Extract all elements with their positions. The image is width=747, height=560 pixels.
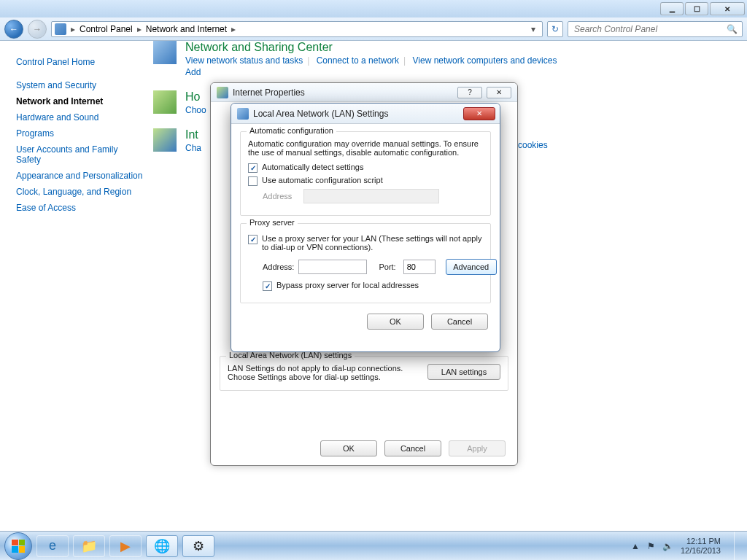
refresh-icon: ↻ bbox=[551, 24, 559, 34]
link-view-status[interactable]: View network status and tasks bbox=[185, 55, 303, 66]
search-icon[interactable]: 🔍 bbox=[727, 24, 738, 34]
auto-detect-label: Automatically detect settings bbox=[262, 163, 363, 171]
search-input[interactable] bbox=[573, 23, 727, 35]
sidebar-item-appearance[interactable]: Appearance and Personalization bbox=[16, 168, 144, 184]
breadcrumb-icon bbox=[55, 23, 66, 35]
window-maximize-button[interactable] bbox=[685, 2, 708, 15]
lan-settings-group: Local Area Network (LAN) settings LAN Se… bbox=[220, 356, 508, 391]
breadcrumb-sep-icon: ▸ bbox=[71, 24, 75, 34]
network-sharing-icon bbox=[153, 41, 177, 64]
dialog-help-button[interactable]: ? bbox=[457, 87, 482, 98]
sidebar-item-network-internet[interactable]: Network and Internet bbox=[16, 93, 144, 109]
sidebar-item-ease-of-access[interactable]: Ease of Access bbox=[16, 200, 144, 216]
lan-dialog-icon bbox=[237, 108, 249, 120]
window-close-button[interactable] bbox=[710, 2, 745, 15]
back-button[interactable]: ← bbox=[4, 20, 23, 39]
breadcrumb-network-internet[interactable]: Network and Internet bbox=[146, 24, 227, 34]
refresh-button[interactable]: ↻ bbox=[547, 21, 563, 37]
auto-script-checkbox[interactable] bbox=[248, 176, 258, 186]
link-connect-network[interactable]: Connect to a network bbox=[317, 55, 399, 66]
auto-detect-checkbox[interactable] bbox=[248, 163, 258, 173]
auto-config-description: Automatic configuration may override man… bbox=[248, 139, 483, 157]
forward-button[interactable]: → bbox=[28, 20, 47, 39]
sidebar-item-clock-lang-region[interactable]: Clock, Language, and Region bbox=[16, 184, 144, 200]
ip-apply-button[interactable]: Apply bbox=[449, 440, 506, 456]
back-arrow-icon: ← bbox=[9, 24, 18, 34]
proxy-port-input[interactable] bbox=[403, 260, 436, 274]
taskbar-ie[interactable]: e bbox=[36, 535, 69, 557]
lan-settings-button[interactable]: LAN settings bbox=[427, 364, 500, 380]
bypass-local-checkbox[interactable] bbox=[263, 281, 272, 291]
lan-cancel-button[interactable]: Cancel bbox=[431, 314, 488, 330]
explorer-navbar: ← → ▸ Control Panel ▸ Network and Intern… bbox=[0, 18, 747, 41]
breadcrumb-sep-icon: ▸ bbox=[231, 24, 236, 34]
link-add-wireless[interactable]: Add bbox=[185, 67, 201, 77]
network-sharing-title[interactable]: Network and Sharing Center bbox=[185, 41, 557, 54]
breadcrumb-control-panel[interactable]: Control Panel bbox=[80, 24, 133, 34]
tray-volume-icon[interactable]: 🔈 bbox=[662, 541, 673, 551]
forward-arrow-icon: → bbox=[33, 24, 42, 34]
homegroup-icon bbox=[153, 90, 177, 114]
proxy-address-input[interactable] bbox=[298, 260, 367, 274]
internet-properties-icon bbox=[217, 87, 228, 98]
tray-action-center-icon[interactable]: ⚑ bbox=[647, 541, 655, 551]
bypass-local-label: Bypass proxy server for local addresses bbox=[276, 281, 419, 289]
homegroup-sub-fragment: Choo bbox=[185, 105, 206, 115]
search-box[interactable]: 🔍 bbox=[568, 21, 743, 37]
breadcrumb-sep-icon: ▸ bbox=[137, 24, 142, 34]
proxy-server-legend: Proxy server bbox=[247, 218, 298, 227]
taskbar-media-player[interactable]: ▶ bbox=[109, 535, 142, 557]
lan-settings-description: LAN Settings do not apply to dial-up con… bbox=[228, 364, 417, 381]
tray-date: 12/16/2013 bbox=[681, 546, 721, 556]
internet-options-title-fragment: Int bbox=[185, 128, 201, 141]
taskbar-network[interactable]: 🌐 bbox=[146, 535, 178, 557]
sidebar-item-system-security[interactable]: System and Security bbox=[16, 77, 144, 93]
ip-ok-button[interactable]: OK bbox=[320, 440, 377, 456]
taskbar-control-panel[interactable]: ⚙ bbox=[182, 535, 214, 557]
auto-config-group: Automatic configuration Automatic config… bbox=[240, 131, 491, 216]
lan-ok-button[interactable]: OK bbox=[367, 314, 424, 330]
sidebar: Control Panel Home System and Security N… bbox=[0, 41, 153, 531]
link-view-computers[interactable]: View network computers and devices bbox=[413, 55, 557, 66]
start-button[interactable] bbox=[4, 532, 32, 560]
sidebar-home[interactable]: Control Panel Home bbox=[16, 54, 144, 70]
script-address-label: Address bbox=[263, 192, 299, 201]
auto-config-legend: Automatic configuration bbox=[247, 126, 336, 135]
use-proxy-label: Use a proxy server for your LAN (These s… bbox=[262, 234, 483, 252]
window-minimize-button[interactable] bbox=[660, 2, 684, 15]
internet-properties-title: Internet Properties bbox=[233, 88, 305, 98]
taskbar: e 📁 ▶ 🌐 ⚙ ▲ ⚑ 🔈 12:11 PM 12/16/2013 bbox=[0, 531, 747, 560]
sidebar-item-user-accounts[interactable]: User Accounts and Family Safety bbox=[16, 141, 144, 168]
internet-options-icon bbox=[153, 128, 177, 152]
ip-cancel-button[interactable]: Cancel bbox=[384, 440, 441, 456]
use-proxy-checkbox[interactable] bbox=[248, 235, 258, 244]
breadcrumb[interactable]: ▸ Control Panel ▸ Network and Internet ▸… bbox=[51, 21, 543, 37]
lan-settings-dialog: Local Area Network (LAN) Settings ✕ Auto… bbox=[231, 103, 500, 352]
windows-logo-icon bbox=[12, 540, 25, 553]
lan-dialog-close-button[interactable]: ✕ bbox=[463, 107, 495, 120]
proxy-server-group: Proxy server Use a proxy server for your… bbox=[240, 223, 491, 303]
advanced-button[interactable]: Advanced bbox=[446, 259, 497, 275]
show-desktop-button[interactable] bbox=[734, 532, 741, 561]
taskbar-explorer[interactable]: 📁 bbox=[73, 535, 105, 557]
system-tray: ▲ ⚑ 🔈 12:11 PM 12/16/2013 bbox=[631, 532, 743, 561]
breadcrumb-history-dropdown[interactable]: ▾ bbox=[527, 24, 539, 34]
script-address-input bbox=[303, 189, 439, 203]
proxy-port-label: Port: bbox=[379, 262, 395, 271]
lan-dialog-title: Local Area Network (LAN) Settings bbox=[253, 109, 388, 119]
homegroup-title-fragment: Ho bbox=[185, 90, 206, 104]
tray-clock[interactable]: 12:11 PM 12/16/2013 bbox=[681, 537, 721, 556]
sidebar-item-hardware-sound[interactable]: Hardware and Sound bbox=[16, 109, 144, 125]
dialog-close-button[interactable]: ✕ bbox=[487, 87, 511, 98]
tray-time: 12:11 PM bbox=[681, 537, 721, 546]
tray-show-hidden-icon[interactable]: ▲ bbox=[631, 541, 640, 551]
proxy-address-label: Address: bbox=[263, 262, 294, 271]
sidebar-item-programs[interactable]: Programs bbox=[16, 125, 144, 141]
auto-script-label: Use automatic configuration script bbox=[262, 176, 383, 184]
internet-options-sub-fragment: Cha bbox=[185, 143, 201, 153]
